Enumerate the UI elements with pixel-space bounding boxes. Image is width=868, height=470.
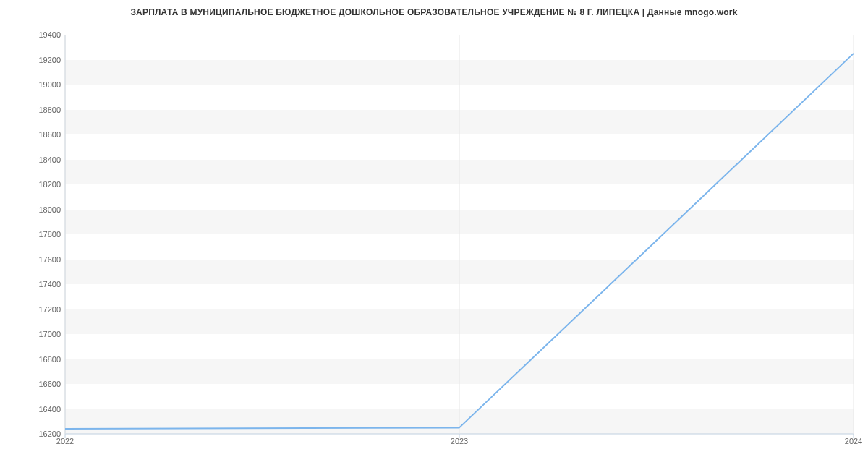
y-tick-label: 19200 xyxy=(0,56,61,64)
y-tick-label: 16200 xyxy=(0,430,61,438)
y-tick-label: 18000 xyxy=(0,205,61,214)
y-tick-label: 17400 xyxy=(0,280,61,289)
y-tick-label: 17800 xyxy=(0,230,61,239)
salary-line-chart: ЗАРПЛАТА В МУНИЦИПАЛЬНОЕ БЮДЖЕТНОЕ ДОШКО… xyxy=(0,0,868,470)
y-tick-label: 18800 xyxy=(0,106,61,114)
y-tick-label: 18400 xyxy=(0,155,61,164)
y-tick-label: 19400 xyxy=(0,30,61,39)
plot-area xyxy=(65,35,854,434)
y-tick-label: 18600 xyxy=(0,130,61,139)
x-tick-label: 2022 xyxy=(56,437,74,445)
y-tick-label: 16400 xyxy=(0,405,61,414)
x-tick-label: 2024 xyxy=(845,437,862,445)
x-axis: 202220232024 xyxy=(65,437,854,451)
y-tick-label: 19000 xyxy=(0,80,61,89)
y-tick-label: 18200 xyxy=(0,180,61,189)
y-tick-label: 16600 xyxy=(0,380,61,388)
y-tick-label: 16800 xyxy=(0,355,61,364)
y-tick-label: 17600 xyxy=(0,255,61,264)
data-line xyxy=(65,35,854,434)
y-tick-label: 17200 xyxy=(0,305,61,314)
x-tick-label: 2023 xyxy=(451,437,468,445)
chart-title: ЗАРПЛАТА В МУНИЦИПАЛЬНОЕ БЮДЖЕТНОЕ ДОШКО… xyxy=(0,7,868,17)
y-axis: 1620016400166001680017000172001740017600… xyxy=(0,35,61,434)
y-tick-label: 17000 xyxy=(0,330,61,338)
